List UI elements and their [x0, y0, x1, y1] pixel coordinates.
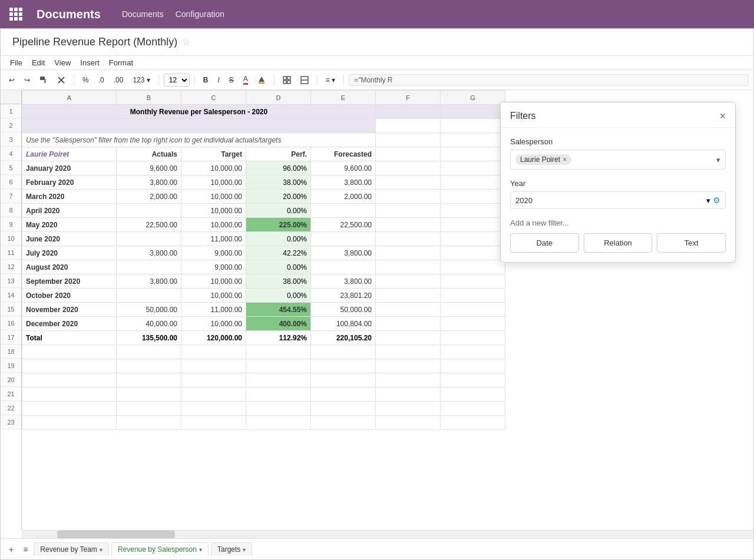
bold-button[interactable]: B [200, 74, 212, 87]
cell-18e[interactable] [311, 345, 376, 359]
cell-19b[interactable] [117, 359, 181, 373]
cell-4f[interactable] [376, 147, 441, 161]
col-header-a[interactable]: A [22, 91, 117, 105]
col-header-c[interactable]: C [181, 91, 246, 105]
h-scrollbar[interactable] [22, 530, 753, 538]
nav-documents[interactable]: Documents [122, 9, 164, 19]
cell-19g[interactable] [441, 359, 505, 373]
format-number-button[interactable]: 123 ▾ [129, 74, 153, 87]
cell-11f[interactable] [376, 246, 441, 260]
cell-forecast-nov[interactable]: 50,000.00 [311, 303, 376, 317]
filter-relation-button[interactable]: Relation [584, 233, 653, 253]
cell-19a[interactable] [22, 359, 117, 373]
tab-targets-arrow[interactable]: ▾ [243, 546, 246, 553]
tab-revenue-by-salesperson-arrow[interactable]: ▾ [199, 546, 202, 553]
cell-target-jul[interactable]: 9,000.00 [181, 246, 246, 260]
cell-label-jul[interactable]: July 2020 [22, 246, 117, 260]
cell-forecast-mar[interactable]: 2,000.00 [311, 190, 376, 204]
cell-10g[interactable] [441, 232, 505, 246]
cell-15f[interactable] [376, 303, 441, 317]
cell-8g[interactable] [441, 204, 505, 218]
cell-12f[interactable] [376, 260, 441, 274]
cell-21g[interactable] [441, 387, 505, 402]
decimal2-button[interactable]: .00 [110, 74, 127, 87]
col-header-e[interactable]: E [311, 91, 376, 105]
cell-perf-oct[interactable]: 0.00% [246, 289, 311, 303]
cell-22f[interactable] [376, 402, 441, 416]
cell-label-may[interactable]: May 2020 [22, 218, 117, 232]
cell-label-apr[interactable]: April 2020 [22, 204, 117, 218]
cell-22d[interactable] [246, 402, 311, 416]
col-header-d[interactable]: D [246, 91, 311, 105]
cell-19c[interactable] [181, 359, 246, 373]
cell-target-apr[interactable]: 10,000.00 [181, 204, 246, 218]
cell-forecast-oct[interactable]: 23,801.20 [311, 289, 376, 303]
cell-6g[interactable] [441, 175, 505, 190]
cell-23f[interactable] [376, 416, 441, 430]
cell-20g[interactable] [441, 373, 505, 387]
italic-button[interactable]: I [214, 74, 223, 87]
tab-revenue-by-salesperson[interactable]: Revenue by Salesperson ▾ [111, 542, 209, 556]
cell-22e[interactable] [311, 402, 376, 416]
cell-actuals-oct[interactable] [117, 289, 181, 303]
align-button[interactable]: ≡ ▾ [322, 74, 339, 87]
cell-1g[interactable] [441, 105, 505, 119]
cell-15g[interactable] [441, 303, 505, 317]
cell-total-perf[interactable]: 112.92% [246, 331, 311, 345]
percent-button[interactable]: % [79, 74, 92, 87]
cell-actuals-may[interactable]: 22,500.00 [117, 218, 181, 232]
cell-label-oct[interactable]: October 2020 [22, 289, 117, 303]
cell-21d[interactable] [246, 387, 311, 402]
cell-forecast-jul[interactable]: 3,800.00 [311, 246, 376, 260]
cell-forecast-jun[interactable] [311, 232, 376, 246]
decimal0-button[interactable]: .0 [95, 74, 108, 87]
cell-perf-jan[interactable]: 96.00% [246, 161, 311, 175]
cell-7f[interactable] [376, 190, 441, 204]
cell-22g[interactable] [441, 402, 505, 416]
cell-16g[interactable] [441, 317, 505, 331]
menu-edit[interactable]: Edit [32, 58, 45, 67]
cell-total-forecast[interactable]: 220,105.20 [311, 331, 376, 345]
tab-revenue-by-team-arrow[interactable]: ▾ [100, 546, 102, 553]
cell-3g[interactable] [441, 133, 505, 147]
cell-instruction[interactable]: Use the "Salesperson" filter from the to… [22, 133, 376, 147]
cell-18a[interactable] [22, 345, 117, 359]
text-color-button[interactable]: A [240, 72, 252, 87]
cell-18g[interactable] [441, 345, 505, 359]
cell-actuals-mar[interactable]: 2,000.00 [117, 190, 181, 204]
cell-actuals-nov[interactable]: 50,000.00 [117, 303, 181, 317]
sheet-menu-button[interactable]: ≡ [19, 545, 31, 554]
cell-actuals-aug[interactable] [117, 260, 181, 274]
cell-forecast-feb[interactable]: 3,800.00 [311, 175, 376, 190]
menu-file[interactable]: File [10, 58, 22, 67]
cell-20a[interactable] [22, 373, 117, 387]
tab-revenue-by-team[interactable]: Revenue by Team ▾ [34, 542, 109, 556]
cell-forecast-apr[interactable] [311, 204, 376, 218]
cell-label-nov[interactable]: November 2020 [22, 303, 117, 317]
cell-13f[interactable] [376, 274, 441, 289]
undo-button[interactable]: ↩ [5, 74, 18, 87]
cell-5g[interactable] [441, 161, 505, 175]
cell-label-jan[interactable]: January 2020 [22, 161, 117, 175]
cell-forecast-may[interactable]: 22,500.00 [311, 218, 376, 232]
cell-target-oct[interactable]: 10,000.00 [181, 289, 246, 303]
font-size-select[interactable]: 12891011141824 [164, 74, 190, 87]
menu-view[interactable]: View [54, 58, 71, 67]
cell-19f[interactable] [376, 359, 441, 373]
cell-target-sep[interactable]: 10,000.00 [181, 274, 246, 289]
cell-perf-feb[interactable]: 38.00% [246, 175, 311, 190]
salesperson-dropdown-arrow[interactable]: ▾ [716, 155, 720, 164]
add-sheet-button[interactable]: + [5, 545, 17, 554]
cell-perf-jun[interactable]: 0.00% [246, 232, 311, 246]
cell-label-feb[interactable]: February 2020 [22, 175, 117, 190]
cell-actuals-dec[interactable]: 40,000.00 [117, 317, 181, 331]
apps-icon[interactable] [9, 8, 22, 21]
filter-gear-icon[interactable]: ⚙ [713, 195, 720, 205]
cell-21c[interactable] [181, 387, 246, 402]
cell-3f[interactable] [376, 133, 441, 147]
cell-perf-sep[interactable]: 38.00% [246, 274, 311, 289]
cell-21e[interactable] [311, 387, 376, 402]
cell-10f[interactable] [376, 232, 441, 246]
cell-16f[interactable] [376, 317, 441, 331]
cell-label-aug[interactable]: August 2020 [22, 260, 117, 274]
